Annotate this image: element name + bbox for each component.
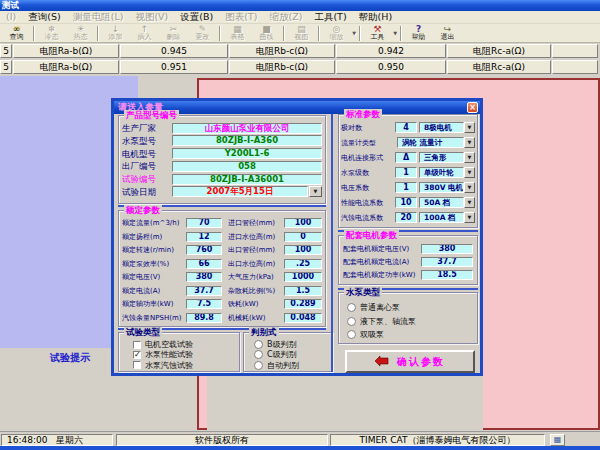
rated-row: 额定轴功率(kW)7.5铁耗(kW)0.289: [122, 299, 322, 309]
toolbar-button-exit[interactable]: ↪退出: [433, 24, 462, 42]
option-select[interactable]: 380V 电机: [419, 182, 464, 193]
chevron-down-icon[interactable]: ▼: [464, 212, 475, 223]
application-window: 测试 (I)查询(S)测量电阻(L)视图(V)设置(B)图表(T)缩放(Z)工具…: [0, 0, 600, 450]
menu-item-help[interactable]: 帮助(H): [353, 11, 399, 23]
toolbar-button-cold-state: ❄冷态: [37, 24, 66, 42]
confirm-parameters-button[interactable]: 确认参数: [345, 350, 475, 373]
option-select[interactable]: 三角形: [419, 152, 464, 163]
menu-item-view: 视图(V): [129, 11, 174, 23]
field-value-input[interactable]: 100: [284, 245, 322, 255]
field-value-input[interactable]: Y200L1-6: [172, 148, 322, 159]
radio-button[interactable]: [254, 350, 263, 359]
option-select[interactable]: 50A 档: [419, 197, 464, 208]
chevron-down-icon[interactable]: ▼: [393, 30, 397, 36]
toolbar-button-tools[interactable]: ⚒工具▼: [363, 24, 398, 42]
field-label: 电压系数: [341, 183, 395, 193]
radio-button[interactable]: [347, 330, 356, 339]
field-value-input[interactable]: .25: [284, 259, 322, 269]
chevron-down-icon[interactable]: ▼: [352, 30, 356, 36]
field-label: 试验日期: [122, 187, 172, 197]
coefficient-input[interactable]: 10: [395, 197, 417, 208]
group-title: 标准参数: [344, 109, 382, 120]
checkbox[interactable]: [133, 361, 141, 369]
statusbar-grid-icon[interactable]: ▦: [550, 434, 565, 446]
toolbar-button-help[interactable]: ?帮助: [404, 24, 433, 42]
statusbar-divider: [0, 431, 600, 432]
confirm-parameters-label: 确认参数: [397, 355, 445, 369]
chevron-down-icon[interactable]: ▼: [464, 122, 475, 133]
screen-bottom-bar: [0, 446, 600, 450]
field-value-input[interactable]: 0.289: [284, 299, 322, 309]
chevron-down-icon[interactable]: ▼: [464, 197, 475, 208]
option-select[interactable]: 单级叶轮: [419, 167, 464, 178]
parameter-input-dialog: 请送入参量 × 产品型号编号 生产厂家山东颜山泵业有限公司水泵型号80ZJB-I…: [111, 98, 483, 376]
field-value-input[interactable]: 80ZJB-I-A360: [172, 135, 322, 146]
field-value-input[interactable]: 380: [421, 244, 473, 254]
radio-button[interactable]: [347, 317, 356, 326]
option-select[interactable]: 100A 档: [419, 212, 464, 223]
toolbar-button-label: 查询: [10, 34, 24, 41]
field-label: 大气压力(kPa): [228, 272, 284, 282]
field-label: 试验编号: [122, 174, 172, 184]
toolbar-button-delete: ✂删除: [159, 24, 188, 42]
field-value-input[interactable]: 2007年5月15日: [172, 186, 308, 197]
field-label: 汽蚀余量NPSH(m): [122, 313, 186, 323]
field-value-input[interactable]: 1.5: [284, 286, 322, 296]
field-value-input[interactable]: 18.5: [421, 270, 473, 280]
chevron-down-icon[interactable]: ▼: [464, 152, 475, 163]
rated-row: 额定电流(A)37.7杂散耗比例(%)1.5: [122, 286, 322, 296]
field-value-input[interactable]: 380: [186, 272, 222, 282]
option-select[interactable]: 涡轮 流量计: [397, 137, 464, 148]
menu-item-query[interactable]: 查询(S): [22, 11, 66, 23]
coefficient-input[interactable]: 1: [395, 167, 417, 178]
toolbar-button-query[interactable]: ∞查询: [2, 24, 31, 42]
coefficient-input[interactable]: Δ: [395, 152, 417, 163]
field-value-input[interactable]: 7.5: [186, 299, 222, 309]
resistance-cell: [552, 44, 598, 58]
coefficient-input[interactable]: 20: [395, 212, 417, 223]
menu-item-settings[interactable]: 设置(B): [174, 11, 219, 23]
field-value-input[interactable]: 37.7: [186, 286, 222, 296]
field-value-input[interactable]: 37.7: [421, 257, 473, 267]
test-type-group: 试验类型 电机空载试验水泵性能试验水泵汽蚀试验: [118, 332, 240, 372]
field-label: 进口水位高(m): [228, 232, 284, 242]
toolbar-button-label: 添加: [109, 34, 123, 41]
option-row: 普通离心泵: [347, 302, 477, 313]
field-value-input[interactable]: 1000: [284, 272, 322, 282]
field-value-input[interactable]: 80ZJB-I-A36001: [172, 174, 322, 185]
close-icon[interactable]: ×: [467, 102, 478, 113]
option-row: 双吸泵: [347, 329, 477, 340]
field-value-input[interactable]: 0.048: [284, 313, 322, 323]
field-value-input[interactable]: 89.8: [186, 313, 222, 323]
field-value-input[interactable]: 66: [186, 259, 222, 269]
field-label: 额定轴功率(kW): [122, 299, 186, 309]
menu-item-tools[interactable]: 工具(T): [308, 11, 352, 23]
field-value-input[interactable]: 12: [186, 232, 222, 242]
field-label: 杂散耗比例(%): [228, 286, 284, 296]
checkbox[interactable]: [133, 341, 141, 349]
field-value-input[interactable]: 100: [284, 218, 322, 228]
radio-button[interactable]: [254, 361, 263, 370]
field-value-input[interactable]: 058: [172, 161, 322, 172]
option-row: 水泵汽蚀试验: [133, 361, 239, 370]
radio-button[interactable]: [347, 303, 356, 312]
field-label: 电机连接形式: [341, 153, 395, 163]
dropdown-button[interactable]: ▼: [309, 186, 322, 197]
toolbar-separator: [97, 26, 99, 41]
chevron-down-icon[interactable]: ▼: [464, 137, 475, 148]
toolbar-button-label: 冷态: [45, 34, 59, 41]
coefficient-input[interactable]: 4: [395, 122, 417, 133]
radio-button[interactable]: [254, 340, 263, 349]
checkbox[interactable]: [133, 351, 141, 359]
toolbar-button-label: 退出: [441, 34, 455, 41]
coefficient-input[interactable]: 1: [395, 182, 417, 193]
standard-row: 电压系数1380V 电机▼: [341, 182, 475, 193]
field-label: 额定泵效率(%): [122, 259, 186, 269]
field-value-input[interactable]: 760: [186, 245, 222, 255]
field-value-input[interactable]: 山东颜山泵业有限公司: [172, 123, 322, 134]
option-select[interactable]: 8极电机: [419, 122, 464, 133]
field-value-input[interactable]: 70: [186, 218, 222, 228]
chevron-down-icon[interactable]: ▼: [464, 182, 475, 193]
field-value-input[interactable]: 0: [284, 232, 322, 242]
chevron-down-icon[interactable]: ▼: [464, 167, 475, 178]
